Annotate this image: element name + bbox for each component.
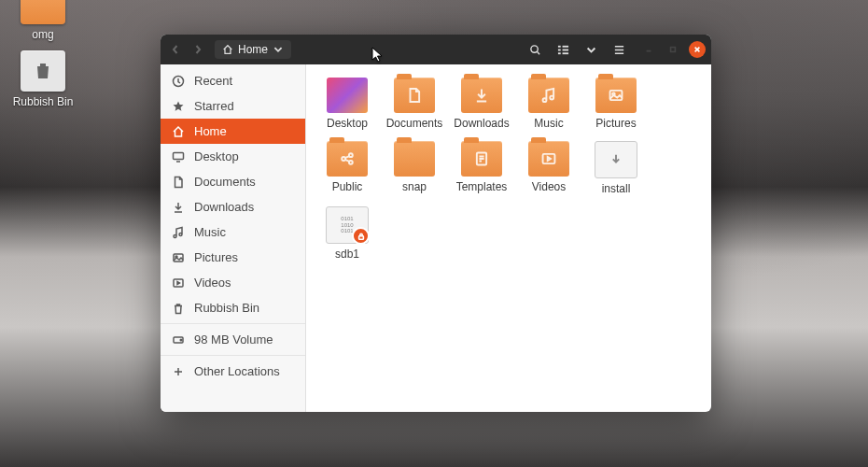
view-icons-button[interactable] bbox=[551, 39, 575, 60]
trash-icon bbox=[21, 50, 65, 92]
clock-icon bbox=[172, 75, 185, 88]
folder-icon bbox=[595, 78, 637, 113]
file-videos[interactable]: Videos bbox=[515, 137, 582, 199]
sidebar-item-label: Other Locations bbox=[194, 364, 280, 378]
forward-button[interactable] bbox=[189, 39, 207, 60]
file-label: Music bbox=[515, 117, 582, 130]
sidebar-item-music[interactable]: Music bbox=[161, 219, 305, 245]
svg-rect-7 bbox=[671, 48, 676, 52]
sidebar-item-starred[interactable]: Starred bbox=[161, 93, 305, 119]
file-downloads[interactable]: Downloads bbox=[448, 74, 515, 134]
svg-point-19 bbox=[349, 161, 353, 164]
file-label: Public bbox=[314, 180, 381, 193]
svg-rect-4 bbox=[562, 45, 568, 47]
svg-rect-2 bbox=[557, 49, 560, 50]
desktop-icon-label: omg bbox=[11, 28, 75, 41]
caret-down-icon bbox=[273, 44, 284, 55]
sidebar-item-rubbish[interactable]: Rubbish Bin bbox=[161, 295, 305, 320]
sidebar-item-label: Documents bbox=[194, 175, 256, 189]
folder-icon bbox=[394, 141, 435, 177]
close-button[interactable] bbox=[689, 41, 706, 58]
minimize-button[interactable] bbox=[640, 41, 657, 58]
file-label: Documents bbox=[381, 117, 448, 130]
down-icon bbox=[172, 201, 185, 214]
file-label: Templates bbox=[448, 180, 515, 193]
file-pictures[interactable]: Pictures bbox=[582, 74, 650, 134]
maximize-button[interactable] bbox=[665, 41, 681, 58]
desktop-folder-icon bbox=[327, 78, 368, 113]
svg-rect-6 bbox=[562, 52, 568, 54]
file-public[interactable]: Public bbox=[314, 137, 381, 199]
star-icon bbox=[172, 100, 185, 113]
sidebar-item-documents[interactable]: Documents bbox=[161, 169, 305, 194]
sidebar-item-label: Rubbish Bin bbox=[194, 301, 259, 315]
folder-icon bbox=[528, 78, 569, 113]
sidebar-item-pictures[interactable]: Pictures bbox=[161, 245, 305, 270]
sidebar-item-videos[interactable]: Videos bbox=[161, 270, 305, 295]
hamburger-menu-button[interactable] bbox=[607, 39, 631, 60]
svg-rect-3 bbox=[557, 52, 560, 54]
desktop-icon-label: Rubbish Bin bbox=[11, 95, 75, 108]
file-label: Downloads bbox=[448, 117, 515, 130]
back-button[interactable] bbox=[166, 39, 185, 60]
script-file-icon bbox=[595, 141, 637, 178]
titlebar[interactable]: Home bbox=[161, 35, 711, 64]
folder-icon bbox=[21, 0, 65, 24]
sidebar-item-recent[interactable]: Recent bbox=[161, 68, 305, 93]
doc-icon bbox=[172, 176, 185, 189]
file-desktop[interactable]: Desktop bbox=[314, 74, 381, 134]
path-location: Home bbox=[238, 43, 268, 56]
desktop-icon bbox=[172, 150, 185, 163]
sidebar-item-home[interactable]: Home bbox=[161, 119, 305, 144]
file-label: Pictures bbox=[582, 117, 650, 130]
lock-badge-icon bbox=[352, 227, 370, 245]
sidebar-item-label: Videos bbox=[194, 276, 231, 290]
svg-point-18 bbox=[349, 153, 353, 157]
folder-icon bbox=[327, 141, 368, 177]
svg-rect-22 bbox=[358, 235, 363, 239]
file-label: Desktop bbox=[314, 117, 381, 130]
home-icon bbox=[172, 125, 185, 138]
file-snap[interactable]: snap bbox=[381, 137, 448, 199]
sidebar-item-vol[interactable]: 98 MB Volume bbox=[161, 323, 305, 352]
sidebar-item-downloads[interactable]: Downloads bbox=[161, 194, 305, 219]
svg-rect-1 bbox=[557, 45, 560, 47]
vid-icon bbox=[172, 276, 185, 290]
file-install[interactable]: install bbox=[582, 137, 650, 199]
file-templates[interactable]: Templates bbox=[448, 137, 515, 199]
drive-icon: 010110100101 bbox=[326, 206, 369, 244]
file-label: sdb1 bbox=[314, 248, 381, 261]
vol-icon bbox=[172, 333, 185, 347]
desktop-icon-omg[interactable]: omg bbox=[11, 0, 75, 41]
music-icon bbox=[172, 226, 185, 239]
pic-icon bbox=[172, 251, 185, 264]
trash-icon bbox=[172, 302, 185, 315]
sidebar-item-other[interactable]: Other Locations bbox=[161, 355, 305, 384]
desktop-icon-rubbish-bin[interactable]: Rubbish Bin bbox=[11, 50, 75, 108]
home-icon bbox=[222, 44, 233, 55]
icon-grid: DesktopDocumentsDownloadsMusicPicturesPu… bbox=[314, 74, 704, 264]
sidebar-item-label: Starred bbox=[194, 99, 234, 113]
plus-icon bbox=[172, 365, 185, 378]
sidebar-item-desktop[interactable]: Desktop bbox=[161, 144, 305, 169]
sidebar-item-label: 98 MB Volume bbox=[194, 333, 273, 347]
file-sdb1[interactable]: 010110100101sdb1 bbox=[314, 203, 381, 264]
svg-point-17 bbox=[342, 157, 345, 161]
sidebar-item-label: Desktop bbox=[194, 149, 239, 163]
svg-rect-5 bbox=[562, 49, 568, 50]
sidebar-item-label: Music bbox=[194, 225, 226, 239]
folder-icon bbox=[528, 141, 569, 177]
file-music[interactable]: Music bbox=[515, 74, 582, 134]
svg-point-0 bbox=[530, 45, 537, 51]
folder-icon bbox=[461, 141, 502, 177]
sidebar-item-label: Recent bbox=[194, 74, 232, 88]
desktop-wallpaper: omg Rubbish Bin Home Rece bbox=[0, 0, 868, 467]
svg-rect-9 bbox=[174, 152, 184, 159]
main-pane[interactable]: DesktopDocumentsDownloadsMusicPicturesPu… bbox=[306, 64, 711, 412]
folder-icon bbox=[461, 78, 502, 113]
search-button[interactable] bbox=[523, 39, 547, 60]
file-documents[interactable]: Documents bbox=[381, 74, 448, 134]
path-bar[interactable]: Home bbox=[215, 40, 291, 59]
view-dropdown-button[interactable] bbox=[579, 39, 603, 60]
file-label: Videos bbox=[515, 180, 582, 193]
